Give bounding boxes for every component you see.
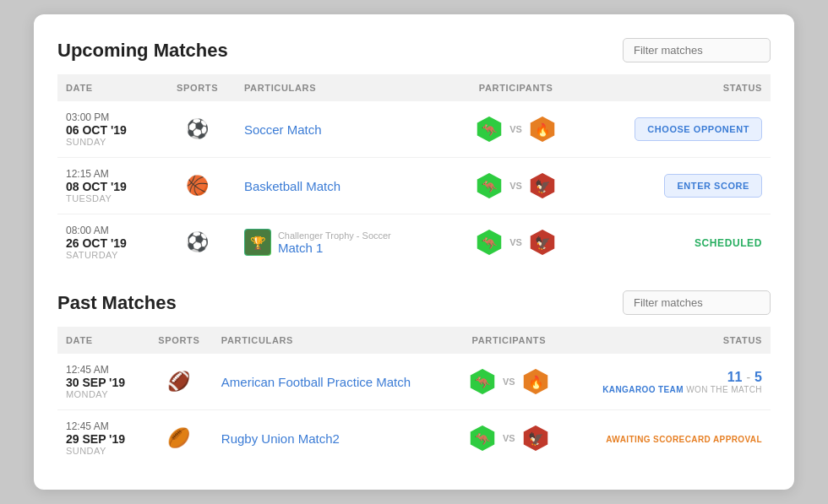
status-cell: SCHEDULED [581,214,771,271]
team2-avatar: 🔥 [520,366,551,397]
vs-row: 🦘 VS 🔥 [460,366,558,397]
col-particulars: PARTICULARS [236,74,450,101]
sport-cell: ⚽ [159,214,236,271]
particulars-td: Soccer Match [236,101,450,158]
particulars-cell: Basketball Match [244,179,442,193]
status-cell: 11 - 5 KANGAROO TEAM WON THE MATCH [567,354,771,410]
participants-cell: 🦘 VS 🦅 [451,410,567,467]
date: 26 OCT '19 [66,236,150,250]
col-participants: PARTICIPANTS [450,74,581,101]
time: 08:00 AM [66,225,150,236]
upcoming-filter-input[interactable] [623,38,771,62]
past-table: DATE SPORTS PARTICULARS PARTICIPANTS STA… [57,327,771,466]
svg-text:🔥: 🔥 [534,122,550,138]
main-card: Upcoming Matches DATE SPORTS PARTICULARS… [34,14,794,490]
past-title: Past Matches [57,292,177,314]
participants-cell: 🦘 VS 🔥 [451,354,567,410]
vs-row: 🦘 VS 🦅 [459,171,573,201]
svg-text:🏆: 🏆 [249,236,265,251]
svg-text:🦅: 🦅 [534,236,550,251]
past-filter-input[interactable] [623,290,771,315]
svg-text:🦅: 🦅 [534,179,550,194]
choose-opponent-button[interactable]: CHOOSE OPPONENT [635,117,762,141]
sport-emoji: 🏈 [167,371,190,392]
status-cell: CHOOSE OPPONENT [581,101,771,158]
vs-label: VS [503,377,515,387]
vs-label: VS [503,433,515,443]
sport-cell: ⚽ [159,101,236,158]
col-status: STATUS [581,74,771,101]
team1-avatar: 🦘 [467,423,498,453]
status-awaiting: AWAITING SCORECARD APPROVAL [606,435,762,444]
svg-text:🦘: 🦘 [482,122,498,138]
team-name: KANGAROO TEAM [602,385,684,394]
status-scheduled: SCHEDULED [695,237,762,249]
day: SATURDAY [66,250,150,260]
particulars-main[interactable]: Basketball Match [244,179,442,193]
day: SUNDAY [66,137,150,147]
table-row: 03:00 PM 06 OCT '19 SUNDAY ⚽ Soccer Matc… [57,101,771,158]
svg-text:🦘: 🦘 [475,431,491,447]
date: 29 SEP '19 [66,432,137,446]
time: 12:45 AM [66,364,137,376]
particulars-main[interactable]: Soccer Match [244,122,442,137]
table-row: 12:45 AM 29 SEP '19 SUNDAY 🏉 Rugby Union… [57,410,771,467]
team1-avatar: 🦘 [467,366,498,397]
date-cell: 12:15 AM 08 OCT '19 TUESDAY [57,158,159,214]
won-label: WON THE MATCH [686,385,762,394]
svg-text:🦘: 🦘 [482,179,498,194]
status-cell: ENTER SCORE [581,158,771,214]
vs-label: VS [509,124,522,134]
date-cell: 12:45 AM 29 SEP '19 SUNDAY [57,410,145,467]
particulars-main[interactable]: Match 1 [278,241,391,255]
table-row: 12:45 AM 30 SEP '19 MONDAY 🏈 American Fo… [57,354,771,410]
sport-emoji: 🏀 [186,175,209,196]
team1-avatar: 🦘 [474,171,504,201]
team2-avatar: 🔥 [527,114,558,144]
col-particulars-past: PARTICULARS [213,327,451,354]
day: MONDAY [66,389,137,399]
vs-row: 🦘 VS 🦅 [459,227,573,257]
sport-cell: 🏈 [145,354,213,410]
team2-avatar: 🦅 [527,171,558,201]
col-sports: SPORTS [159,74,236,101]
team2-avatar: 🦅 [520,423,551,453]
date: 30 SEP '19 [66,376,137,389]
day: TUESDAY [66,193,150,203]
particulars-td: Basketball Match [236,158,450,214]
sport-cell: 🏉 [145,410,213,467]
participants-cell: 🦘 VS 🦅 [450,158,581,214]
time: 12:45 AM [66,420,137,432]
past-section: Past Matches DATE SPORTS PARTICULARS PAR… [57,290,771,466]
col-date-past: DATE [57,327,145,354]
svg-text:🔥: 🔥 [527,375,543,390]
participants-cell: 🦘 VS 🔥 [450,101,581,158]
status-cell: AWAITING SCORECARD APPROVAL [567,410,771,467]
status-score: 11 - 5 KANGAROO TEAM WON THE MATCH [575,370,762,394]
team1-avatar: 🦘 [474,114,504,144]
score-team2: 5 [754,370,762,385]
svg-text:🦘: 🦘 [482,236,498,251]
enter-score-button[interactable]: ENTER SCORE [664,174,762,198]
team2-avatar: 🦅 [527,227,558,257]
sport-emoji: ⚽ [186,231,209,252]
team-won-line: KANGAROO TEAM WON THE MATCH [575,385,762,394]
particulars-td: Rugby Union Match2 [213,410,451,467]
table-row: 08:00 AM 26 OCT '19 SATURDAY ⚽ 🏆 Challen… [57,214,771,271]
team1-avatar: 🦘 [474,227,504,257]
date-cell: 03:00 PM 06 OCT '19 SUNDAY [57,101,159,158]
date-cell: 12:45 AM 30 SEP '19 MONDAY [57,354,145,410]
time: 12:15 AM [66,168,150,180]
score-team1: 11 [727,370,743,385]
particulars-main[interactable]: American Football Practice Match [221,375,443,389]
svg-text:🦅: 🦅 [527,431,543,447]
table-row: 12:15 AM 08 OCT '19 TUESDAY 🏀 Basketball… [57,158,771,214]
time: 03:00 PM [66,111,150,123]
participants-cell: 🦘 VS 🦅 [450,214,581,271]
date-cell: 08:00 AM 26 OCT '19 SATURDAY [57,214,159,271]
col-participants-past: PARTICIPANTS [451,327,567,354]
sport-cell: 🏀 [159,158,236,214]
score-line: 11 - 5 [575,370,762,385]
particulars-main[interactable]: Rugby Union Match2 [221,431,443,446]
particulars-cell: Soccer Match [244,122,442,137]
